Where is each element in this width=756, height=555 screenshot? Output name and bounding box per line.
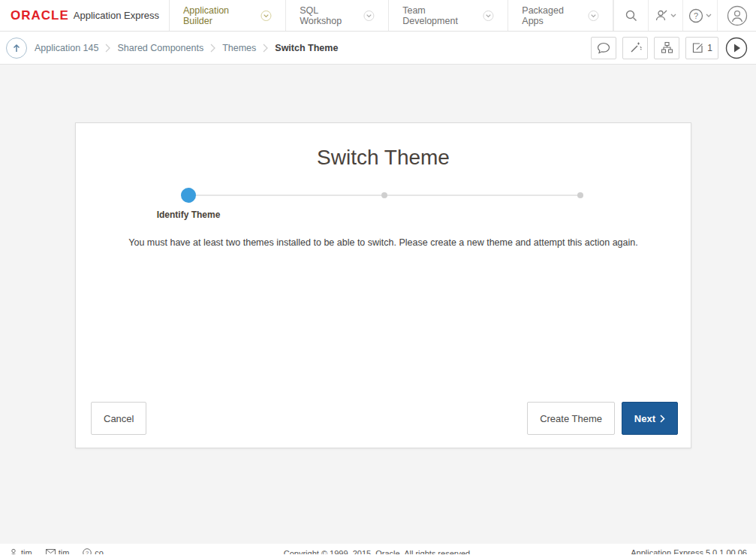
wizard-message: You must have at least two themes instal… bbox=[76, 237, 691, 248]
edit-page-number: 1 bbox=[707, 43, 712, 53]
account-icon bbox=[727, 5, 748, 26]
breadcrumb: Application 145 Shared Components Themes… bbox=[35, 43, 338, 53]
svg-text:?: ? bbox=[694, 11, 698, 20]
chevron-down-icon[interactable] bbox=[483, 10, 494, 22]
chevron-down-icon[interactable] bbox=[588, 10, 599, 22]
chevron-down-icon[interactable] bbox=[261, 10, 272, 22]
create-theme-button-label: Create Theme bbox=[540, 413, 602, 424]
tab-label: Team Development bbox=[402, 5, 477, 26]
page-footer: tim tim ? co Copyright © 1999, 2015, Ora… bbox=[0, 544, 756, 554]
search-icon bbox=[625, 9, 638, 23]
breadcrumb-switch-theme: Switch Theme bbox=[275, 43, 338, 53]
switch-theme-wizard-card: Switch Theme Identify Theme You must hav… bbox=[75, 122, 691, 448]
wizard-step-3-marker bbox=[577, 192, 583, 198]
top-navigation-bar: ORACLE Application Express Application B… bbox=[0, 0, 756, 32]
chevron-down-icon bbox=[706, 14, 712, 18]
tab-sql-workshop[interactable]: SQL Workshop bbox=[285, 0, 388, 31]
comment-button[interactable] bbox=[591, 37, 616, 59]
wizard-step-2-marker bbox=[381, 192, 387, 198]
page-toolbar: 1 bbox=[591, 37, 748, 59]
shortcuts-button[interactable] bbox=[622, 37, 648, 59]
tab-team-development[interactable]: Team Development bbox=[388, 0, 508, 31]
copyright-text: Copyright © 1999, 2015, Oracle. All righ… bbox=[0, 549, 756, 554]
help-icon: ? bbox=[688, 8, 703, 23]
tab-label: SQL Workshop bbox=[300, 5, 358, 26]
chevron-right-icon bbox=[660, 415, 665, 423]
tab-label: Application Builder bbox=[183, 5, 255, 26]
tab-application-builder[interactable]: Application Builder bbox=[169, 0, 285, 31]
comment-icon bbox=[597, 42, 610, 54]
edit-page-button[interactable]: 1 bbox=[685, 37, 718, 59]
main-content-region: Switch Theme Identify Theme You must hav… bbox=[0, 65, 756, 554]
breadcrumb-shared-components[interactable]: Shared Components bbox=[117, 43, 203, 53]
chevron-down-icon bbox=[670, 14, 676, 18]
edit-icon bbox=[691, 42, 703, 54]
tree-view-button[interactable] bbox=[654, 37, 679, 59]
cancel-button-label: Cancel bbox=[104, 413, 134, 424]
breadcrumb-bar: Application 145 Shared Components Themes… bbox=[0, 32, 756, 65]
next-button-label: Next bbox=[634, 413, 655, 424]
brand-area: ORACLE Application Express bbox=[0, 0, 169, 31]
wand-icon bbox=[629, 41, 642, 54]
help-menu-button[interactable]: ? bbox=[682, 0, 717, 31]
breadcrumb-themes[interactable]: Themes bbox=[222, 43, 256, 53]
breadcrumb-separator-icon bbox=[105, 44, 110, 53]
tab-label: Packaged Apps bbox=[522, 5, 583, 26]
next-button[interactable]: Next bbox=[622, 402, 678, 435]
wizard-progress-train: Identify Theme bbox=[188, 188, 580, 203]
run-icon bbox=[725, 37, 748, 59]
product-name: Application Express bbox=[74, 10, 159, 21]
page-title: Switch Theme bbox=[76, 146, 691, 170]
tab-packaged-apps[interactable]: Packaged Apps bbox=[508, 0, 613, 31]
admin-menu-button[interactable] bbox=[648, 0, 682, 31]
arrow-up-icon bbox=[11, 43, 22, 53]
run-application-button[interactable] bbox=[724, 37, 748, 59]
wizard-step-1-marker bbox=[181, 188, 196, 203]
search-button[interactable] bbox=[613, 0, 648, 31]
chevron-down-icon[interactable] bbox=[363, 10, 375, 22]
breadcrumb-application-145[interactable]: Application 145 bbox=[35, 43, 98, 53]
header-icon-group: ? bbox=[613, 0, 756, 31]
create-theme-button[interactable]: Create Theme bbox=[527, 402, 615, 435]
account-menu-button[interactable] bbox=[717, 0, 756, 31]
main-tabs: Application Builder SQL Workshop Team De… bbox=[169, 0, 613, 31]
breadcrumb-separator-icon bbox=[210, 44, 215, 53]
oracle-logo: ORACLE bbox=[11, 8, 69, 23]
hierarchy-icon bbox=[661, 41, 673, 54]
admin-user-icon bbox=[655, 9, 668, 23]
up-level-button[interactable] bbox=[6, 38, 27, 59]
breadcrumb-separator-icon bbox=[263, 44, 268, 53]
wizard-step-1-label: Identify Theme bbox=[106, 210, 271, 220]
cancel-button[interactable]: Cancel bbox=[91, 402, 146, 435]
